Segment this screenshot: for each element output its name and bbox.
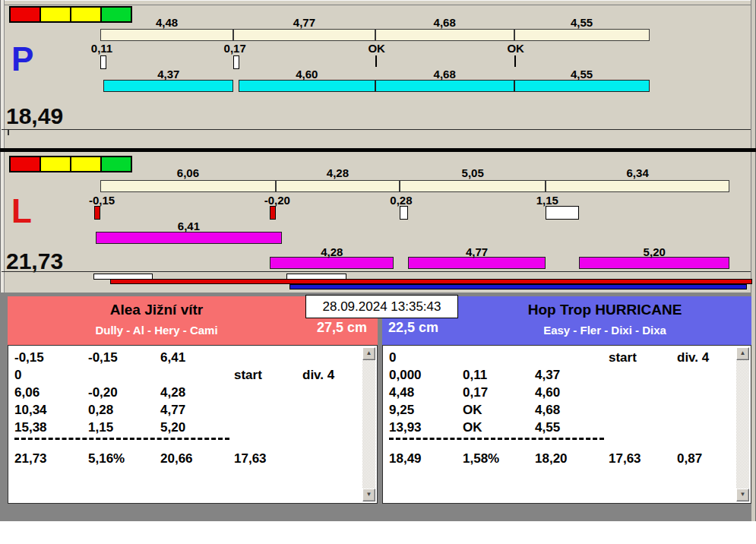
table-cell: 4,37: [535, 368, 560, 383]
table-cell: 4,55: [535, 420, 560, 435]
team-left-name: Alea Jižní vítr: [8, 302, 305, 318]
lane-p-dog-run-bar: [514, 80, 650, 92]
lane-l-total: 21,73: [6, 250, 63, 273]
lane-l-dog-run-bar: [96, 232, 281, 244]
table-cell: 10,34: [14, 403, 47, 418]
lane-p-dog-run-label: 4,68: [434, 68, 456, 81]
lane-l-timeline-track: [2, 271, 751, 272]
lane-p-dog-run-bar: [103, 80, 233, 92]
lane-p-split-time-label: 4,68: [434, 16, 456, 29]
lane-l-split-time-label: 6,34: [627, 166, 649, 179]
flyball-timing-window: P 18,49 L 21,73 Alea Jižní vítr Dully - …: [0, 0, 756, 521]
lane-l-split-time-label: 6,06: [177, 166, 199, 179]
lane-p-dog-run-label: 4,55: [571, 68, 593, 81]
lane-p-split-segment: [100, 29, 233, 41]
window-top-edge: [0, 0, 756, 5]
lane-p-dog-run-bar: [375, 80, 514, 92]
separator-dashed: [389, 438, 604, 440]
timeline-blue-bar: [289, 284, 747, 289]
lane-p-split-time-label: 4,48: [156, 16, 178, 29]
scroll-up-icon[interactable]: ▲: [362, 347, 375, 360]
window-right-edge: [751, 0, 756, 521]
table-cell: -0,15: [14, 350, 44, 365]
lane-l-dog-run-label: 6,41: [178, 220, 200, 232]
lane-p-start-offset-label: 0,17: [224, 42, 246, 55]
lane-l-split-segment: [276, 180, 400, 192]
table-cell: 4,77: [160, 403, 185, 418]
lane-p-dog-run-label: 4,60: [296, 68, 318, 81]
light-3-icon: [70, 8, 100, 21]
lane-l-start-offset-marker: [94, 206, 100, 220]
table-cell: 0,28: [88, 403, 113, 418]
light-2-icon: [40, 157, 70, 171]
team-right-name: Hop Trop HURRICANE: [458, 302, 751, 318]
table-cell: 4,68: [535, 403, 560, 418]
lane-l-split-segment: [546, 180, 729, 192]
table-cell: start: [234, 368, 262, 383]
table-cell: 0,17: [463, 385, 488, 400]
summary-cell: 17,63: [234, 451, 267, 467]
light-4-icon: [100, 8, 131, 21]
summary-cell: 21,73: [14, 451, 47, 467]
team-left-dogs: Dully - Al - Hery - Cami: [8, 324, 305, 337]
light-1-icon: [11, 8, 40, 21]
lane-l-label: L: [11, 195, 32, 228]
table-cell: 4,48: [389, 385, 414, 400]
table-cell: -0,20: [88, 385, 118, 400]
light-1-icon: [11, 157, 40, 171]
lane-l-start-offset-label: -0,15: [89, 194, 115, 207]
team-right-dogs: Easy - Fler - Dixi - Dixa: [458, 324, 751, 337]
table-cell: OK: [463, 420, 482, 435]
lane-p-label: P: [11, 43, 33, 76]
lane-p-start-offset-label: 0,11: [91, 42, 112, 55]
light-3-icon: [70, 157, 100, 171]
light-2-icon: [40, 8, 70, 21]
table-cell: 0,000: [389, 368, 422, 383]
lane-p-start-offset-label: OK: [507, 42, 524, 55]
lane-p-start-offset-label: OK: [368, 42, 385, 55]
scroll-down-icon[interactable]: ▼: [736, 489, 749, 501]
table-cell: 0,11: [463, 368, 487, 383]
summary-cell: 1,58%: [463, 451, 499, 467]
lane-p-dog-run-label: 4,37: [157, 68, 179, 81]
start-lights-p: [9, 6, 132, 23]
table-cell: 4,60: [535, 385, 560, 400]
lane-p-start-offset-marker: [233, 55, 239, 69]
team-left-table-content: -0,15-0,156,410startdiv. 46,06-0,204,281…: [8, 346, 362, 503]
team-left-scrollbar[interactable]: ▲ ▼: [362, 347, 375, 501]
lane-p-start-offset-marker: [100, 55, 106, 69]
separator-dashed: [14, 438, 229, 440]
lane-l-dog-run-bar: [270, 257, 394, 269]
team-left-results-table: -0,15-0,156,410startdiv. 46,06-0,204,281…: [8, 345, 378, 504]
summary-cell: 0,87: [677, 451, 702, 467]
scroll-down-icon[interactable]: ▼: [362, 489, 375, 501]
lane-l-dog-run-label: 4,77: [466, 245, 488, 258]
team-right-table-content: 0startdiv. 40,0000,114,374,480,174,609,2…: [383, 346, 735, 503]
scroll-up-icon[interactable]: ▲: [736, 347, 749, 360]
team-right-results-table: 0startdiv. 40,0000,114,374,480,174,609,2…: [382, 345, 751, 504]
table-cell: div. 4: [302, 368, 334, 383]
start-lights-l: [9, 156, 132, 172]
lane-p-split-time-label: 4,77: [293, 16, 315, 29]
table-cell: 0: [389, 350, 396, 365]
table-cell: 6,06: [14, 385, 40, 400]
lane-p-start-ok-marker: [514, 55, 516, 67]
summary-cell: 5,16%: [88, 451, 125, 467]
team-right-jump-height: 22,5 cm: [388, 320, 438, 336]
table-cell: 9,25: [389, 403, 414, 418]
summary-cell: 18,20: [535, 451, 568, 467]
lane-p-split-segment: [514, 29, 650, 41]
team-right-scrollbar[interactable]: ▲ ▼: [736, 347, 749, 501]
table-cell: start: [609, 350, 637, 365]
table-cell: OK: [463, 403, 482, 418]
lane-p-track-tick: [8, 130, 9, 135]
lane-p-timeline-track: [2, 129, 751, 130]
lane-l-start-offset-label: 1,15: [536, 194, 558, 207]
table-cell: div. 4: [677, 350, 709, 365]
lane-l-start-offset-marker: [546, 206, 579, 220]
table-cell: 13,93: [389, 420, 422, 435]
light-4-icon: [100, 157, 131, 171]
table-cell: 0: [14, 368, 21, 383]
table-cell: 1,15: [88, 420, 113, 435]
summary-cell: 17,63: [609, 451, 641, 467]
